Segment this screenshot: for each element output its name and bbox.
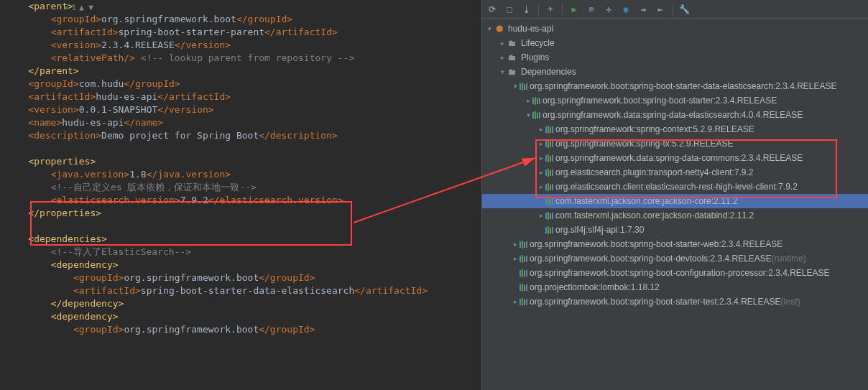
chevron-right-icon[interactable]: ▸: [524, 97, 532, 104]
chevron-right-icon[interactable]: ▸: [511, 241, 520, 248]
svg-rect-45: [520, 241, 521, 248]
svg-rect-17: [545, 141, 547, 147]
tree-folder[interactable]: ▸🖿Plugins: [482, 50, 868, 65]
code-editor[interactable]: ✔1 ▲ ▼ <parent> <groupId>org.springframe…: [0, 0, 481, 390]
library-icon: [545, 140, 555, 148]
dependency-item[interactable]: ▾ org.springframework.data:spring-data-e…: [482, 108, 868, 122]
svg-rect-57: [520, 284, 521, 291]
dependency-item[interactable]: ▸ org.springframework.boot:spring-boot-s…: [482, 294, 868, 309]
chevron-right-icon[interactable]: ▸: [498, 40, 507, 47]
code-line[interactable]: <relativePath/> <!-- lookup parent from …: [6, 52, 481, 65]
code-line[interactable]: <dependencies>: [6, 233, 481, 246]
generate-icon[interactable]: ⬚: [504, 4, 515, 15]
code-line[interactable]: </parent>: [6, 65, 481, 78]
code-line[interactable]: </properties>: [6, 207, 481, 220]
chevron-right-icon[interactable]: ▸: [498, 54, 507, 61]
code-line[interactable]: <!--自己定义es 版本依赖，保证和本地一致-->: [6, 181, 481, 194]
chevron-right-icon[interactable]: ▸: [537, 212, 545, 219]
svg-rect-13: [545, 126, 547, 133]
code-line[interactable]: <name>hudu-es-api</name>: [6, 116, 481, 129]
add-icon[interactable]: +: [545, 4, 556, 15]
dependency-item[interactable]: ▸ com.fasterxml.jackson.core:jackson-dat…: [482, 208, 868, 223]
svg-rect-25: [545, 170, 547, 176]
code-line[interactable]: <groupId>org.springframework.boot</group…: [6, 323, 481, 336]
chevron-down-icon[interactable]: ▾: [498, 68, 507, 75]
folder-icon: 🖿: [507, 66, 518, 78]
chevron-right-icon[interactable]: ▸: [537, 154, 545, 162]
chevron-right-icon[interactable]: ▸: [537, 183, 545, 190]
dependency-item[interactable]: ▾ org.springframework.boot:spring-boot-s…: [482, 79, 868, 93]
chevron-right-icon[interactable]: ▸: [537, 126, 545, 133]
code-line[interactable]: <dependency>: [6, 259, 481, 271]
maven-tree[interactable]: ▾⬢hudu-es-api▸🖿Lifecycle▸🖿Plugins▾🖿Depen…: [482, 19, 868, 390]
download-icon[interactable]: ⭳: [521, 4, 532, 15]
code-line[interactable]: <version>2.3.4.RELEASE</version>: [6, 39, 481, 52]
library-icon: [520, 83, 530, 90]
code-line[interactable]: <groupId>org.springframework.boot</group…: [6, 13, 481, 26]
dependency-item[interactable]: ▸ org.springframework.data:spring-data-c…: [482, 151, 868, 165]
svg-rect-20: [552, 141, 553, 147]
svg-rect-23: [550, 156, 551, 162]
svg-rect-62: [522, 298, 523, 306]
dependency-item[interactable]: org.slf4j:slf4j-api:1.7.30: [482, 223, 868, 237]
code-line[interactable]: <description>Demo project for Spring Boo…: [6, 129, 481, 142]
svg-rect-60: [526, 284, 527, 291]
chevron-down-icon[interactable]: ▾: [524, 111, 532, 119]
library-icon: [520, 269, 530, 277]
code-line[interactable]: <artifactId>spring-boot-starter-data-ela…: [6, 284, 481, 297]
code-line[interactable]: [6, 220, 481, 233]
dependency-item[interactable]: ▸ org.elasticsearch.plugin:transport-net…: [482, 165, 868, 180]
chevron-right-icon[interactable]: ▸: [511, 255, 520, 262]
toggle-icon[interactable]: ◉: [620, 4, 632, 15]
svg-rect-51: [524, 256, 525, 262]
code-line[interactable]: <java.version>1.8</java.version>: [6, 168, 481, 181]
dependency-item[interactable]: com.fasterxml.jackson.core:jackson-core:…: [482, 194, 868, 208]
dependency-item[interactable]: org.projectlombok:lombok:1.18.12: [482, 280, 868, 294]
code-line[interactable]: [6, 142, 481, 155]
svg-rect-48: [526, 241, 527, 248]
dependency-item[interactable]: org.springframework.boot:spring-boot-con…: [482, 266, 868, 280]
refresh-icon[interactable]: ⟳: [486, 4, 498, 15]
code-line[interactable]: <groupId>com.hudu</groupId>: [6, 78, 481, 90]
collapse-icon[interactable]: ⇥: [637, 4, 649, 15]
maven-icon[interactable]: m: [586, 4, 597, 15]
code-line[interactable]: <artifactId>spring-boot-starter-parent</…: [6, 26, 481, 39]
chevron-right-icon[interactable]: ▸: [537, 140, 545, 147]
dependency-item[interactable]: ▸ org.elasticsearch.client:elasticsearch…: [482, 180, 868, 194]
svg-rect-14: [548, 126, 549, 134]
code-line[interactable]: <elasticsearch.version>7.9.2</elasticsea…: [6, 194, 481, 207]
chevron-down-icon[interactable]: ▾: [485, 25, 494, 32]
svg-rect-49: [520, 256, 521, 262]
code-line[interactable]: <dependency>: [6, 310, 481, 323]
library-icon: [545, 183, 555, 191]
code-line[interactable]: <properties>: [6, 155, 481, 168]
code-line[interactable]: </dependency>: [6, 297, 481, 310]
svg-rect-38: [548, 212, 549, 220]
code-line[interactable]: <!--导入了ElasticSearch-->: [6, 246, 481, 259]
folder-icon: 🖿: [507, 52, 518, 63]
svg-rect-39: [550, 213, 551, 219]
tree-folder[interactable]: ▾🖿Dependencies: [482, 65, 868, 79]
expand-icon[interactable]: ⇤: [655, 4, 666, 15]
code-line[interactable]: <version>0.0.1-SNAPSHOT</version>: [6, 103, 481, 116]
svg-rect-33: [545, 198, 547, 205]
code-line[interactable]: <artifactId>hudu-es-api</artifactId>: [6, 90, 481, 103]
dependency-item[interactable]: ▸ org.springframework.boot:spring-boot-s…: [482, 93, 868, 108]
tree-folder[interactable]: ▸🖿Lifecycle: [482, 36, 868, 50]
maven-toolbar: ⟳ ⬚ ⭳ + ▶ m ✢ ◉ ⇥ ⇤ 🔧: [482, 0, 868, 19]
dependency-item[interactable]: ▸ org.springframework:spring-tx:5.2.9.RE…: [482, 136, 868, 151]
chevron-down-icon[interactable]: ▾: [511, 83, 520, 90]
skip-icon[interactable]: ✢: [603, 4, 614, 15]
dependency-item[interactable]: ▸ org.springframework.boot:spring-boot-s…: [482, 237, 868, 251]
chevron-right-icon[interactable]: ▸: [537, 169, 545, 176]
dependency-item[interactable]: ▸ org.springframework.boot:spring-boot-d…: [482, 251, 868, 266]
run-icon[interactable]: ▶: [568, 4, 580, 15]
svg-rect-54: [522, 269, 523, 277]
svg-rect-58: [522, 284, 523, 292]
settings-icon[interactable]: 🔧: [678, 4, 690, 15]
code-line[interactable]: <groupId>org.springframework.boot</group…: [6, 271, 481, 284]
project-root[interactable]: ▾⬢hudu-es-api: [482, 22, 868, 36]
chevron-right-icon[interactable]: ▸: [511, 298, 520, 305]
dependency-item[interactable]: ▸ org.springframework:spring-context:5.2…: [482, 122, 868, 136]
library-icon: [545, 198, 555, 205]
